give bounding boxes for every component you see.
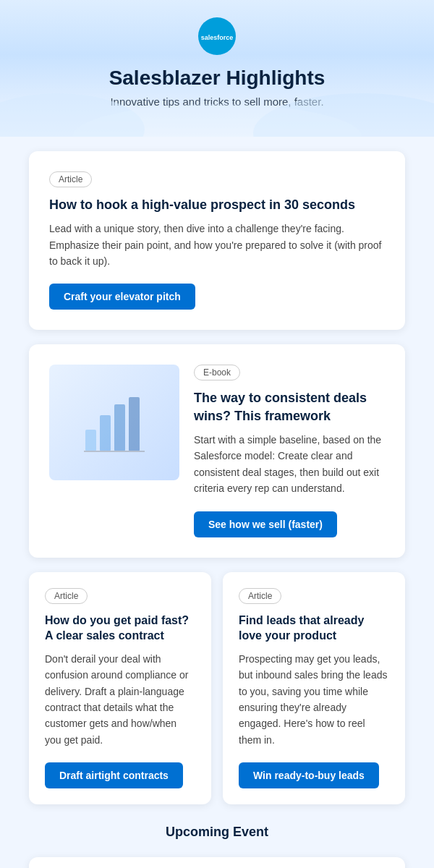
ebook-deals-title: The way to consistent deals wins? This f… [194, 389, 385, 425]
ebook-deals-content: E-book The way to consistent deals wins?… [194, 365, 385, 537]
draft-contracts-button[interactable]: Draft airtight contracts [45, 762, 183, 788]
article-contract-body: Don't derail your deal with confusion ar… [45, 651, 195, 748]
page-header: salesforce Salesblazer Highlights Innova… [0, 0, 434, 137]
svg-rect-8 [129, 397, 140, 451]
ebook-deals-image [49, 365, 179, 480]
see-how-we-sell-button[interactable]: See how we sell (faster) [194, 511, 337, 537]
article-leads-title: Find leads that already love your produc… [239, 613, 389, 644]
win-ready-leads-button[interactable]: Win ready-to-buy leads [239, 762, 379, 788]
article-hook-body: Lead with a unique story, then dive into… [49, 221, 385, 269]
ebook-deals-layout: E-book The way to consistent deals wins?… [49, 365, 385, 537]
article-leads-card: Article Find leads that already love you… [223, 572, 405, 805]
article-leads-body: Prospecting may get you leads, but inbou… [239, 651, 389, 748]
article-contract-card: Article How do you get paid fast? A clea… [29, 572, 211, 805]
salesforce-logo-icon: salesforce [198, 17, 236, 55]
ebook-deals-card: E-book The way to consistent deals wins?… [29, 344, 405, 557]
article-leads-badge: Article [239, 588, 281, 604]
upcoming-event-section-title: Upcoming Event [29, 819, 405, 843]
page-subtitle: Innovative tips and tricks to sell more,… [14, 95, 420, 108]
article-contract-badge: Article [45, 588, 88, 604]
article-hook-badge: Article [49, 171, 92, 187]
article-hook-card: Article How to hook a high-value prospec… [29, 151, 405, 330]
webinar-card: On-demand webinar Tighten your sales pro… [29, 857, 405, 868]
svg-text:salesforce: salesforce [201, 34, 234, 41]
svg-rect-6 [100, 415, 111, 451]
article-contract-title: How do you get paid fast? A clear sales … [45, 613, 195, 644]
cards-row: Article How do you get paid fast? A clea… [29, 572, 405, 805]
craft-elevator-pitch-button[interactable]: Craft your elevator pitch [49, 284, 195, 310]
svg-rect-7 [114, 404, 125, 451]
page-title: Salesblazer Highlights [14, 67, 420, 90]
article-hook-title: How to hook a high-value prospect in 30 … [49, 196, 385, 213]
ebook-deals-body: Start with a simple baseline, based on t… [194, 432, 385, 497]
ebook-deals-badge: E-book [194, 365, 240, 380]
ebook-illustration-icon [78, 386, 150, 459]
svg-rect-5 [85, 430, 96, 451]
svg-point-4 [72, 104, 362, 137]
main-content: Article How to hook a high-value prospec… [0, 137, 434, 868]
